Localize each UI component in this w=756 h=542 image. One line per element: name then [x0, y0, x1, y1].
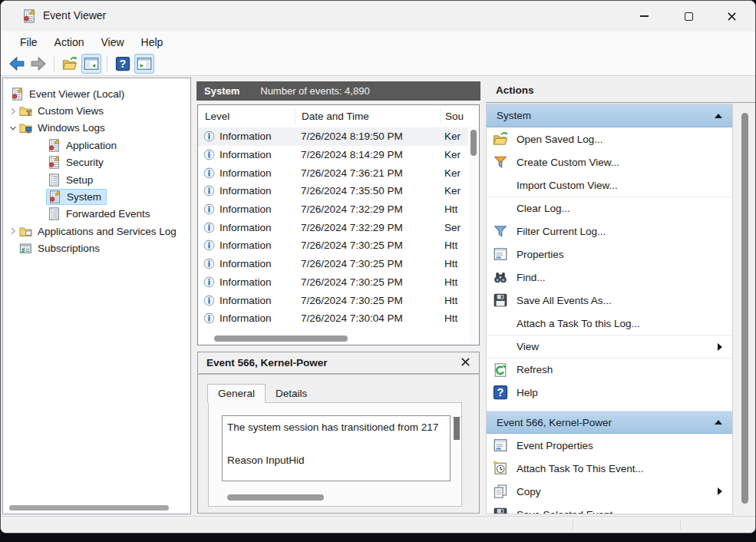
actions-section-event[interactable]: Event 566, Kernel-Power — [487, 411, 732, 434]
action-label: Save Selected Event... — [517, 509, 622, 515]
level-cell: Information — [220, 131, 272, 142]
maximize-button[interactable] — [676, 5, 701, 28]
source-cell: Ser — [440, 222, 468, 233]
event-log-icon — [11, 88, 24, 101]
source-cell: Ker — [440, 131, 468, 142]
tree-item-subscriptions[interactable]: Subscriptions — [3, 240, 190, 257]
table-row[interactable]: Information 7/26/2024 7:32:29 PM Htt — [198, 200, 468, 219]
action-find[interactable]: Find... — [487, 266, 732, 289]
action-open-saved-log[interactable]: Open Saved Log... — [487, 127, 732, 150]
level-cell: Information — [220, 295, 272, 306]
menu-help[interactable]: Help — [133, 34, 172, 51]
detail-vertical-scrollbar[interactable] — [454, 417, 460, 440]
action-clear-log[interactable]: Clear Log... — [487, 197, 732, 220]
action-view[interactable]: View — [487, 335, 732, 358]
forward-button[interactable] — [28, 54, 48, 74]
subscriptions-icon — [19, 242, 32, 255]
table-row[interactable]: Information 7/26/2024 8:19:50 PM Ker — [198, 127, 468, 146]
chevron-right-icon[interactable] — [7, 105, 19, 117]
actions-section-system[interactable]: System — [487, 104, 732, 127]
action-label: Properties — [517, 249, 564, 260]
column-source[interactable]: Sou — [440, 108, 479, 124]
tree-item-windows-logs[interactable]: Windows Logs — [3, 120, 190, 137]
table-row[interactable]: Information 7/26/2024 7:36:21 PM Ker — [198, 164, 468, 182]
tree-item-label: Event Viewer (Local) — [29, 88, 124, 100]
source-cell: Ker — [440, 185, 468, 197]
action-refresh[interactable]: Refresh — [487, 358, 732, 381]
column-date-time[interactable]: Date and Time — [295, 108, 440, 124]
status-divider — [573, 520, 573, 530]
scrollbar-thumb[interactable] — [470, 130, 477, 156]
close-button[interactable] — [719, 5, 744, 28]
event-detail-pane: Event 566, Kernel-Power General Details … — [197, 352, 480, 514]
properties-icon — [493, 438, 508, 453]
tree-item-custom-views[interactable]: Custom Views — [3, 102, 190, 119]
table-row[interactable]: Information 7/26/2024 7:30:25 PM Htt — [198, 255, 468, 273]
minimize-button[interactable] — [632, 5, 656, 28]
tab-details[interactable]: Details — [266, 385, 317, 402]
tree-item-event-viewer-local[interactable]: Event Viewer (Local) — [3, 85, 190, 102]
help-button[interactable] — [113, 54, 133, 74]
action-label: Attach a Task To this Log... — [517, 318, 640, 329]
close-detail-button[interactable] — [461, 356, 470, 370]
tree-horizontal-scrollbar[interactable] — [9, 505, 169, 511]
action-properties[interactable]: Properties — [487, 243, 732, 266]
menu-action[interactable]: Action — [46, 34, 93, 51]
column-header-row: Level Date and Time Sou — [198, 105, 479, 127]
menu-view[interactable]: View — [92, 34, 132, 51]
open-saved-log-button[interactable] — [60, 54, 80, 74]
table-row[interactable]: Information 7/26/2024 7:35:50 PM Ker — [198, 182, 468, 200]
show-action-pane-button[interactable] — [134, 54, 154, 74]
column-level[interactable]: Level — [198, 111, 295, 122]
tree-item-setup[interactable]: Setup — [3, 171, 190, 188]
action-attach-task-to-event[interactable]: Attach Task To This Event... — [487, 457, 732, 480]
create-custom-view-icon — [493, 154, 508, 170]
tree-item-security[interactable]: Security — [3, 154, 190, 171]
information-icon — [203, 167, 215, 179]
table-row[interactable]: Information 7/26/2024 7:32:29 PM Ser — [198, 218, 468, 236]
detail-horizontal-scrollbar[interactable] — [227, 494, 324, 501]
action-import-custom-view[interactable]: Import Custom View... — [487, 174, 732, 197]
table-row[interactable]: Information 7/26/2024 7:30:25 PM Htt — [198, 236, 468, 255]
chevron-right-icon[interactable] — [7, 225, 19, 237]
datetime-cell: 7/26/2024 7:30:25 PM — [295, 276, 440, 288]
action-filter-current-log[interactable]: Filter Current Log... — [487, 220, 732, 243]
information-icon — [203, 203, 215, 215]
actions-title: Actions — [496, 84, 534, 96]
action-label: Open Saved Log... — [517, 134, 603, 145]
information-icon — [203, 222, 215, 233]
table-row[interactable]: Information 7/26/2024 7:30:25 PM Htt — [198, 273, 468, 292]
action-create-custom-view[interactable]: Create Custom View... — [487, 150, 732, 174]
collapse-icon[interactable] — [715, 420, 722, 425]
table-row[interactable]: Information 7/26/2024 7:30:04 PM Htt — [198, 309, 468, 328]
actions-vertical-scrollbar[interactable] — [738, 105, 751, 513]
console-tree-panel: Event Viewer (Local) Custom Views Window… — [2, 78, 191, 514]
tree-item-forwarded-events[interactable]: Forwarded Events — [3, 206, 190, 223]
tree-item-applications-services-logs[interactable]: Applications and Services Log — [3, 223, 190, 240]
folder-apps-icon — [19, 225, 32, 238]
chevron-down-icon[interactable] — [7, 122, 19, 134]
datetime-cell: 7/26/2024 7:32:29 PM — [295, 203, 440, 215]
event-message-box[interactable]: The system session has transitioned from… — [222, 415, 451, 481]
table-row[interactable]: Information 7/26/2024 7:30:25 PM Htt — [198, 291, 468, 309]
action-event-properties[interactable]: Event Properties — [487, 434, 732, 457]
action-attach-task-to-log[interactable]: Attach a Task To this Log... — [487, 312, 732, 335]
tree-item-system[interactable]: System — [3, 188, 190, 205]
show-console-tree-button[interactable] — [81, 54, 101, 74]
tree-item-label: Windows Logs — [38, 122, 105, 134]
collapse-icon[interactable] — [715, 114, 722, 118]
menu-file[interactable]: File — [12, 34, 46, 51]
tree-item-application[interactable]: Application — [3, 137, 190, 154]
tab-general[interactable]: General — [207, 384, 266, 403]
back-button[interactable] — [7, 54, 27, 74]
events-horizontal-scrollbar[interactable] — [214, 335, 348, 342]
action-save-selected-event[interactable]: Save Selected Event... — [487, 503, 732, 514]
action-help[interactable]: Help — [487, 381, 732, 404]
action-save-all-events-as[interactable]: Save All Events As... — [487, 289, 732, 312]
binoculars-icon — [493, 269, 508, 285]
scrollbar-thumb[interactable] — [741, 113, 748, 504]
action-copy[interactable]: Copy — [487, 480, 732, 503]
level-cell: Information — [220, 276, 272, 288]
events-vertical-scrollbar[interactable] — [469, 127, 478, 344]
table-row[interactable]: Information 7/26/2024 8:14:29 PM Ker — [198, 146, 468, 164]
